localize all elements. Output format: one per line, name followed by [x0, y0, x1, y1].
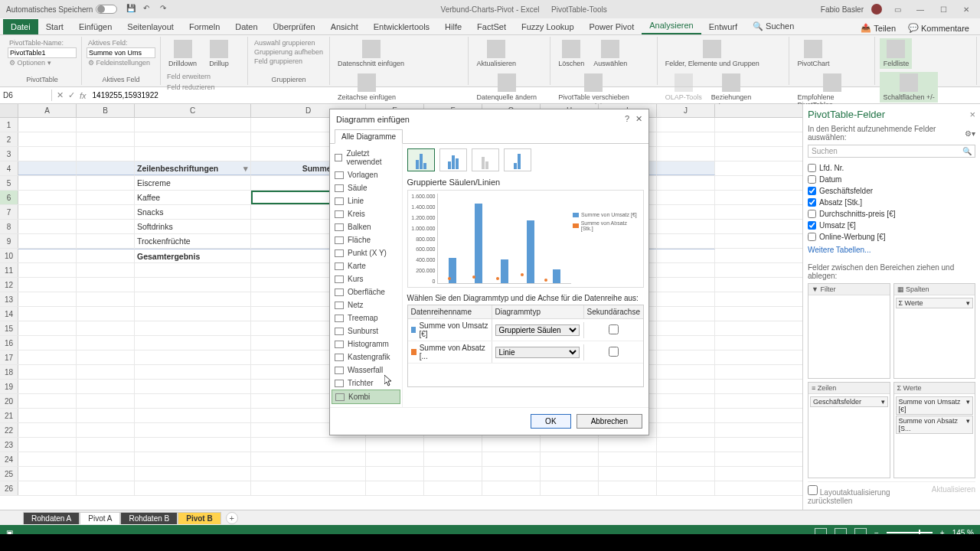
cell[interactable]: [657, 467, 715, 481]
cell[interactable]: [657, 118, 715, 132]
tab-view[interactable]: Ansicht: [323, 19, 366, 34]
cell[interactable]: Kaffee: [135, 191, 251, 204]
cell[interactable]: [18, 278, 77, 292]
cell[interactable]: Softdrinks: [135, 220, 251, 233]
move-pt-button[interactable]: PivotTable verschieben: [555, 72, 632, 103]
formula-input[interactable]: [91, 90, 321, 101]
row-header[interactable]: 23: [0, 438, 18, 452]
row-header[interactable]: 1: [0, 118, 18, 132]
tab-factset[interactable]: FactSet: [469, 19, 514, 34]
share-button[interactable]: 📤 Teilen: [856, 21, 900, 34]
cell[interactable]: [424, 481, 482, 495]
cell[interactable]: [657, 205, 715, 219]
rows-area[interactable]: ≡ ZeilenGeschäftsfelder▾: [808, 382, 890, 479]
cell[interactable]: [541, 467, 599, 481]
cell[interactable]: [657, 423, 715, 437]
minimize-icon[interactable]: —: [913, 5, 928, 14]
tab-developer[interactable]: Entwicklertools: [366, 19, 437, 34]
cell[interactable]: [366, 452, 424, 466]
cell[interactable]: [18, 394, 77, 408]
cell[interactable]: [18, 292, 77, 306]
cell[interactable]: [657, 409, 715, 422]
chart-category-item[interactable]: Kreis: [332, 207, 400, 220]
cell[interactable]: [135, 481, 251, 495]
cell[interactable]: [657, 380, 715, 393]
cell[interactable]: [657, 365, 715, 379]
cell[interactable]: [77, 292, 135, 306]
field-settings-button[interactable]: ⚙ Feldeinstellungen: [87, 58, 155, 67]
field-item[interactable]: Durchschnitts-preis [€]: [808, 208, 975, 220]
cell[interactable]: [657, 438, 715, 452]
cell[interactable]: [657, 161, 715, 175]
select-button[interactable]: Auswählen: [590, 38, 630, 69]
row-header[interactable]: 22: [0, 423, 18, 437]
cell[interactable]: [482, 481, 541, 495]
cell[interactable]: [251, 438, 366, 452]
cell[interactable]: [482, 438, 541, 452]
chart-category-item[interactable]: Balken: [332, 220, 400, 233]
cell[interactable]: [541, 481, 599, 495]
cell[interactable]: [77, 380, 135, 393]
area-chip[interactable]: Geschäftsfelder▾: [810, 396, 888, 407]
cell[interactable]: [18, 118, 77, 132]
slicer-button[interactable]: Datenschnitt einfügen: [335, 38, 407, 69]
cell[interactable]: [657, 307, 715, 321]
cell[interactable]: Zeilenbeschriftungen ▾: [135, 161, 251, 175]
tab-start[interactable]: Start: [38, 19, 71, 34]
cell[interactable]: [18, 161, 77, 175]
field-item[interactable]: Geschäftsfelder: [808, 185, 975, 197]
cell[interactable]: [18, 350, 77, 364]
cell[interactable]: [251, 481, 366, 495]
cancel-button[interactable]: Abbrechen: [577, 414, 642, 429]
row-header[interactable]: 10: [0, 249, 18, 262]
pt-name-input[interactable]: [8, 47, 77, 58]
combo-subtype-4[interactable]: [504, 148, 531, 171]
col-header[interactable]: B: [77, 104, 135, 117]
cell[interactable]: [77, 161, 135, 175]
cell[interactable]: [77, 307, 135, 321]
cell[interactable]: [135, 423, 251, 437]
cell[interactable]: [657, 336, 715, 350]
chart-category-item[interactable]: Säule: [332, 181, 400, 194]
cell[interactable]: [135, 278, 251, 292]
col-header[interactable]: J: [657, 104, 715, 117]
autosave-toggle[interactable]: Automatisches Speichern: [6, 5, 117, 14]
cell[interactable]: [657, 234, 715, 248]
ribbon-options-icon[interactable]: ▭: [890, 5, 905, 14]
tab-review[interactable]: Überprüfen: [266, 19, 323, 34]
close-icon[interactable]: ✕: [959, 5, 974, 14]
row-header[interactable]: 17: [0, 350, 18, 364]
cell[interactable]: [18, 467, 77, 481]
ok-button[interactable]: OK: [531, 414, 570, 429]
columns-area[interactable]: ▦ SpaltenΣ Werte▾: [893, 283, 976, 379]
col-header[interactable]: C: [135, 104, 251, 117]
row-header[interactable]: 8: [0, 220, 18, 233]
col-header[interactable]: A: [18, 104, 77, 117]
cell[interactable]: [77, 278, 135, 292]
cell[interactable]: [251, 467, 366, 481]
row-header[interactable]: 15: [0, 321, 18, 335]
chart-category-item[interactable]: Histogramm: [332, 337, 400, 350]
cell[interactable]: [77, 394, 135, 408]
chart-category-item[interactable]: Netz: [332, 298, 400, 311]
field-item[interactable]: Online-Werbung [€]: [808, 231, 975, 243]
accept-formula-icon[interactable]: ✓: [68, 90, 75, 100]
cell[interactable]: [135, 147, 251, 161]
sheet-tab[interactable]: Rohdaten A: [23, 512, 80, 524]
datasource-button[interactable]: Datenquelle ändern: [473, 72, 540, 103]
cell[interactable]: [18, 234, 77, 248]
cell[interactable]: Eiscreme: [135, 176, 251, 190]
cell[interactable]: [657, 220, 715, 233]
cell[interactable]: [251, 452, 366, 466]
cell[interactable]: [657, 292, 715, 306]
cell[interactable]: [77, 220, 135, 233]
chart-category-item[interactable]: Vorlagen: [332, 168, 400, 181]
timeline-button[interactable]: Zeitachse einfügen: [335, 72, 399, 103]
fieldlist-button[interactable]: Feldliste: [880, 38, 912, 69]
cell[interactable]: [18, 380, 77, 393]
cell[interactable]: [135, 365, 251, 379]
cell[interactable]: [18, 423, 77, 437]
cell[interactable]: [77, 176, 135, 190]
row-header[interactable]: 13: [0, 292, 18, 306]
row-header[interactable]: 14: [0, 307, 18, 321]
